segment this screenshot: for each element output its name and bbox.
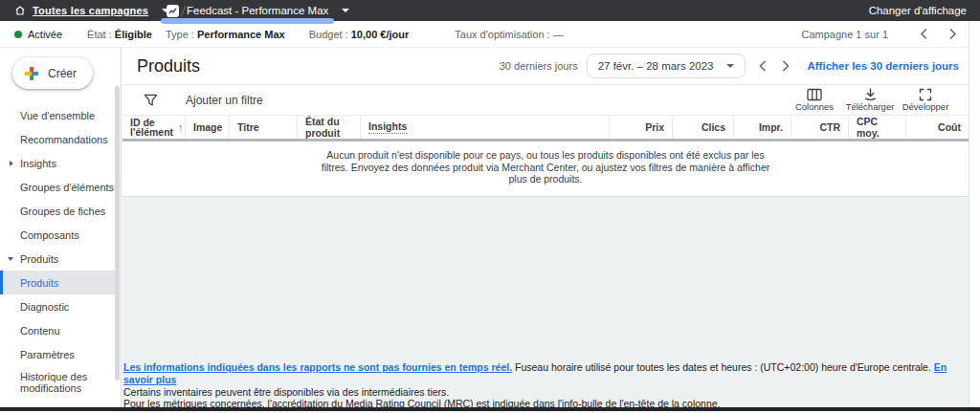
sidebar-item-label: Contenu: [20, 325, 60, 337]
empty-state-message: Aucun produit n'est disponible pour ce p…: [320, 149, 771, 192]
download-label: Télécharger: [846, 101, 895, 112]
sidebar-item-label: Historique des modifications: [20, 371, 112, 394]
date-range-label: 30 derniers jours: [500, 60, 578, 72]
column-header-insights[interactable]: Insights: [361, 116, 610, 139]
page-title: Produits: [137, 56, 200, 76]
change-display-button[interactable]: Changer d'affichage: [869, 5, 980, 16]
campaign-type: Type : Performance Max: [166, 29, 285, 40]
column-header-titre[interactable]: Titre: [230, 116, 298, 139]
sidebar-item-groupes-delements[interactable]: Groupes d'éléments: [0, 175, 120, 199]
date-prev-icon[interactable]: [751, 56, 774, 76]
filter-icon[interactable]: [144, 94, 158, 107]
column-label: État du produit: [305, 116, 352, 139]
sidebar-item-label: Produits: [20, 253, 58, 265]
chevron-down-icon[interactable]: [342, 9, 349, 12]
column-header-id[interactable]: ID de l'élément ↑: [122, 116, 186, 139]
column-label: CPC moy.: [857, 116, 898, 139]
column-header-prix[interactable]: Prix: [610, 116, 673, 139]
tab-campaign-label: Feedcast - Performance Max: [187, 5, 328, 16]
download-icon: [863, 88, 878, 101]
column-header-etat-produit[interactable]: État du produit: [298, 116, 361, 139]
date-range-picker[interactable]: 27 févr. – 28 mars 2023: [587, 54, 746, 78]
expand-button[interactable]: Développer: [898, 88, 953, 112]
column-header-cout[interactable]: Coût: [906, 116, 969, 139]
expand-label: Développer: [902, 101, 949, 112]
page-header: Produits 30 derniers jours 27 févr. – 28…: [122, 48, 969, 85]
column-label: Insights: [368, 120, 407, 134]
performance-chart-icon: [167, 5, 179, 17]
column-label: CTR: [819, 121, 840, 133]
sidebar-scrollbar[interactable]: [115, 86, 120, 380]
columns-label: Colonnes: [795, 101, 834, 112]
timezone-text: Fuseau horaire utilisé pour toutes les d…: [515, 361, 931, 373]
column-label: Image: [193, 121, 222, 133]
date-next-icon[interactable]: [774, 56, 797, 76]
create-button-label: Créer: [48, 67, 77, 80]
sidebar-item-recommandations[interactable]: Recommandations: [0, 127, 120, 151]
column-label: Prix: [645, 121, 664, 133]
chevron-left-icon[interactable]: [913, 27, 934, 42]
table-empty-state: Aucun produit n'est disponible pour ce p…: [122, 141, 969, 192]
table-header-row: ID de l'élément ↑ Image Titre État du pr…: [122, 116, 969, 141]
campaign-status-bar: Activée État : Éligible Type : Performan…: [0, 21, 980, 48]
budget-label: Budget :: [309, 29, 348, 40]
footer-line-1: Les informations indiquées dans les rapp…: [123, 361, 969, 386]
expand-icon: [919, 88, 932, 101]
sidebar-item-composants[interactable]: Composants: [0, 223, 120, 247]
create-button[interactable]: Créer: [12, 57, 93, 89]
column-header-impr[interactable]: Impr.: [734, 116, 791, 139]
sidebar-item-label: Produits: [20, 277, 58, 289]
sidebar-item-label: Diagnostic: [20, 301, 69, 313]
realtime-info-link[interactable]: Les informations indiquées dans les rapp…: [123, 361, 512, 373]
campaign-status[interactable]: Activée: [14, 29, 62, 40]
chevron-down-icon: [726, 64, 734, 68]
footer-line-2: Certains inventaires peuvent être dispon…: [123, 386, 969, 399]
column-header-image[interactable]: Image: [186, 116, 230, 139]
column-label: Titre: [237, 121, 259, 133]
sidebar-item-label: Paramètres: [20, 349, 75, 360]
sidebar-item-produits-parent[interactable]: Produits: [0, 247, 120, 271]
status-dot-icon: [14, 31, 22, 38]
type-label: Type :: [166, 29, 194, 40]
table-tools: Colonnes Télécharger: [787, 88, 969, 112]
sidebar-item-produits[interactable]: Produits: [0, 271, 120, 294]
sidebar-item-historique[interactable]: Historique des modifications: [0, 366, 120, 399]
show-last-30-days-link[interactable]: Afficher les 30 derniers jours: [807, 60, 959, 72]
pager-text: Campagne 1 sur 1: [802, 29, 889, 40]
sort-ascending-icon[interactable]: ↑: [178, 121, 184, 133]
sidebar-item-label: Groupes d'éléments: [20, 182, 114, 193]
column-header-clics[interactable]: Clics: [673, 116, 734, 139]
app-top-bar: Toutes les campagnes Feedcast - Performa…: [0, 0, 980, 21]
campaign-state: État : Éligible: [87, 29, 152, 40]
column-header-ctr[interactable]: CTR: [791, 116, 849, 139]
sidebar-item-contenu[interactable]: Contenu: [0, 318, 120, 342]
sidebar-item-label: Recommandations: [20, 134, 108, 145]
sidebar-item-vue-densemble[interactable]: Vue d'ensemble: [0, 103, 120, 127]
columns-button[interactable]: Colonnes: [787, 88, 842, 112]
chevron-right-icon[interactable]: [942, 27, 963, 42]
optimization-label: Taux d'optimisation :: [455, 29, 549, 40]
type-value: Performance Max: [197, 29, 285, 40]
sidebar-item-groupes-de-fiches[interactable]: Groupes de fiches: [0, 199, 120, 223]
left-navigation: Créer Vue d'ensemble Recommandations Ins…: [0, 48, 122, 413]
home-icon: [14, 5, 26, 16]
campaign-scope-switcher[interactable]: Toutes les campagnes: [0, 5, 184, 17]
sidebar-item-parametres[interactable]: Paramètres: [0, 342, 120, 366]
page-scrollbar[interactable]: [969, 21, 980, 411]
all-campaigns-link[interactable]: Toutes les campagnes: [33, 5, 148, 16]
main-content: Produits 30 derniers jours 27 févr. – 28…: [122, 48, 969, 413]
add-filter-button[interactable]: Ajouter un filtre: [186, 94, 263, 107]
column-header-cpc-moy[interactable]: CPC moy.: [849, 116, 906, 139]
sidebar-item-label: Vue d'ensemble: [20, 110, 95, 121]
sidebar-item-diagnostic[interactable]: Diagnostic: [0, 294, 120, 318]
download-button[interactable]: Télécharger: [842, 88, 898, 112]
sidebar-item-label: Composants: [20, 229, 79, 241]
nav-menu: Vue d'ensemble Recommandations Insights …: [0, 103, 120, 399]
sidebar-item-insights[interactable]: Insights: [0, 151, 120, 175]
state-value: Éligible: [115, 29, 152, 40]
budget-value: 10,00 €/jour: [351, 29, 410, 40]
plus-icon: [25, 67, 38, 80]
campaign-budget[interactable]: Budget : 10,00 €/jour: [309, 29, 410, 40]
column-label: ID de l'élément: [130, 118, 172, 137]
optimization-score: Taux d'optimisation : —: [455, 29, 563, 40]
